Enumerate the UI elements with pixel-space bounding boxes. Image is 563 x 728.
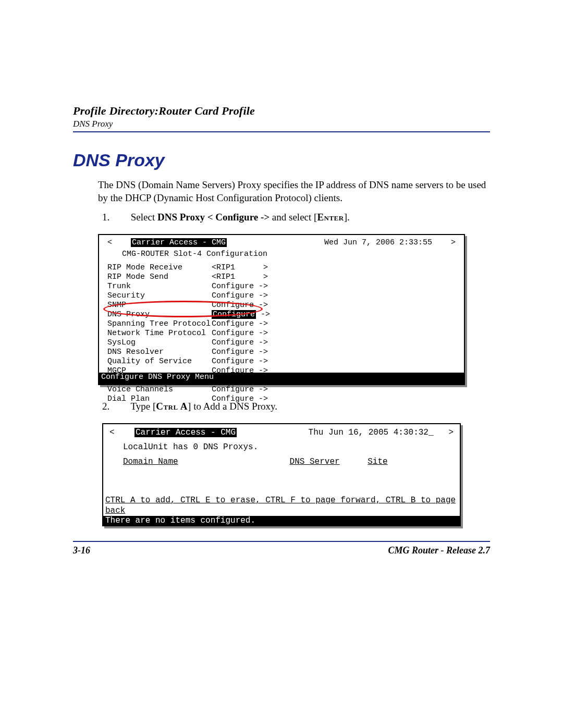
term1-row-label: SysLog — [107, 338, 212, 348]
term1-row-label: Quality of Service — [107, 357, 212, 366]
term2-col-site: Site — [368, 456, 414, 467]
step-1-text-post: ]. — [344, 212, 350, 223]
term1-subtitle: CMG-ROUTER Slot-4 Configuration — [122, 250, 458, 259]
step-1-text-mid: and select [ — [270, 212, 317, 223]
term1-row-value: Configure -> — [212, 357, 268, 366]
footer-rule — [73, 541, 490, 542]
header-rule — [73, 131, 490, 132]
terminal-screenshot-1: < Carrier Access - CMG Wed Jun 7, 2006 2… — [98, 234, 465, 385]
term1-row-label: Spanning Tree Protocol — [107, 319, 212, 329]
term1-config-row: Voice ChannelsConfigure -> — [107, 385, 458, 394]
term1-arrow-left: < — [107, 238, 112, 247]
terminal-screenshot-2: < Carrier Access - CMG Thu Jun 16, 2005 … — [102, 423, 461, 526]
term1-row-value: Configure -> — [212, 319, 268, 329]
term1-row-label: Trunk — [107, 282, 212, 291]
term1-row-label: DNS Proxy — [107, 310, 212, 319]
term1-row-value: Configure -> — [212, 348, 268, 357]
step-1: 1. Select DNS Proxy < Configure -> and s… — [117, 211, 490, 225]
term1-row-value: <RIP1 > — [212, 263, 268, 273]
term2-summary-line: LocalUnit has 0 DNS Proxys. — [123, 442, 454, 452]
term1-row-label: Security — [107, 291, 212, 301]
term1-config-row: Quality of ServiceConfigure -> — [107, 357, 458, 366]
step-1-text-pre: Select — [131, 212, 157, 223]
term1-arrow-right: > — [451, 238, 456, 247]
term2-arrow-left: < — [109, 428, 115, 437]
term2-title: Carrier Access - CMG — [134, 428, 237, 437]
term1-row-label: Dial Plan — [107, 394, 212, 404]
term1-row-value: Configure -> — [212, 282, 268, 291]
header-breadcrumb: Profile Directory:Router Card Profile — [73, 104, 490, 118]
term1-row-label: SNMP — [107, 301, 212, 310]
term1-row-label: DNS Resolver — [107, 348, 212, 357]
term1-config-row: Network Time ProtocolConfigure -> — [107, 329, 458, 338]
term1-config-row: DNS ResolverConfigure -> — [107, 348, 458, 357]
term2-help-line: CTRL A to add, CTRL E to erase, CTRL F t… — [103, 495, 460, 516]
term1-timestamp: Wed Jun 7, 2006 2:33:55 — [324, 238, 432, 247]
term1-config-row: Dial PlanConfigure -> — [107, 394, 458, 404]
term1-row-label: RIP Mode Receive — [107, 263, 212, 273]
term1-row-value: Configure -> — [212, 338, 268, 348]
term1-row-label: RIP Mode Send — [107, 273, 212, 282]
term1-config-row: SNMPConfigure -> — [107, 301, 458, 310]
term2-col-domain-name: Domain Name — [123, 456, 285, 467]
step-1-key: Enter — [317, 212, 344, 223]
term1-row-label: Voice Channels — [107, 385, 212, 394]
term1-config-row: DNS ProxyConfigure -> — [107, 310, 458, 319]
term1-config-row: RIP Mode Send<RIP1 > — [107, 273, 458, 282]
term2-arrow-right: > — [448, 428, 454, 437]
term1-row-value: Configure -> — [212, 291, 268, 301]
term1-title: Carrier Access - CMG — [131, 238, 227, 247]
term1-config-row: Spanning Tree ProtocolConfigure -> — [107, 319, 458, 329]
term1-row-value: Configure -> — [212, 301, 268, 310]
term1-config-row: SecurityConfigure -> — [107, 291, 458, 301]
term1-config-row: SysLogConfigure -> — [107, 338, 458, 348]
footer-page-number: 3-16 — [73, 545, 90, 556]
term1-status-bar: Configure DNS Proxy Menu — [99, 373, 464, 382]
term1-config-row: RIP Mode Receive<RIP1 > — [107, 263, 458, 273]
term2-timestamp: Thu Jun 16, 2005 4:30:32_ — [309, 428, 434, 437]
footer-doc-title: CMG Router - Release 2.7 — [388, 545, 491, 556]
term1-row-value: Configure -> — [212, 310, 270, 319]
term2-status-bar: There are no items configured. — [103, 516, 460, 525]
term1-row-value: Configure -> — [212, 385, 268, 394]
step-1-bold: DNS Proxy < Configure -> — [157, 212, 270, 223]
term1-row-value: Configure -> — [212, 329, 268, 338]
term2-col-dns-server: DNS Server — [290, 456, 363, 467]
term1-config-row: TrunkConfigure -> — [107, 282, 458, 291]
term1-status-bottom — [99, 382, 464, 384]
term1-row-value: Configure -> — [212, 394, 268, 404]
intro-paragraph: The DNS (Domain Name Servers) Proxy spec… — [98, 179, 490, 204]
section-title: DNS Proxy — [73, 150, 490, 170]
header-subsection: DNS Proxy — [73, 119, 490, 129]
term1-row-value: <RIP1 > — [212, 273, 268, 282]
term1-row-label: Network Time Protocol — [107, 329, 212, 338]
term2-column-headers: Domain Name DNS Server Site — [123, 456, 454, 467]
